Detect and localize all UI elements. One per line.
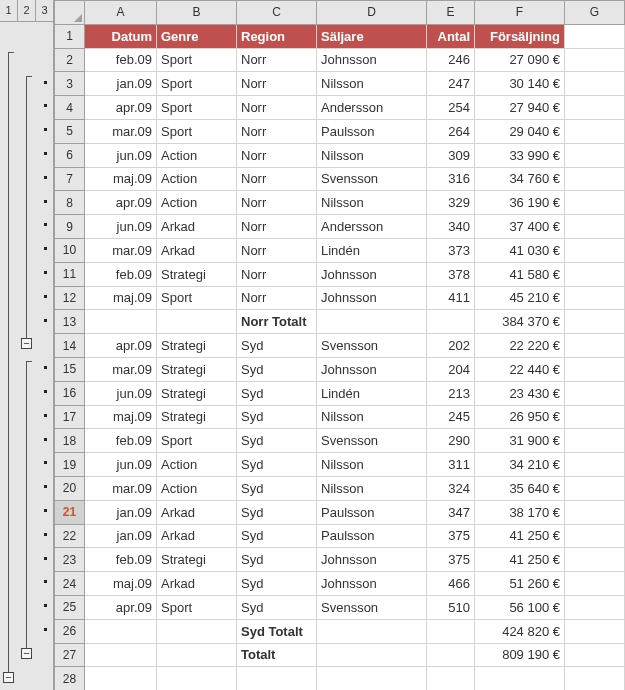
cell[interactable]: mar.09 (85, 476, 157, 500)
row-header-16[interactable]: 16 (55, 381, 85, 405)
cell[interactable]: 23 430 € (475, 381, 565, 405)
cell[interactable]: 27 940 € (475, 96, 565, 120)
cell[interactable]: Johnsson (317, 548, 427, 572)
column-header-F[interactable]: F (475, 1, 565, 25)
column-header-C[interactable]: C (237, 1, 317, 25)
cell[interactable]: Svensson (317, 429, 427, 453)
cell[interactable]: 204 (427, 357, 475, 381)
cell[interactable]: 347 (427, 500, 475, 524)
cell[interactable]: 329 (427, 191, 475, 215)
cell[interactable]: 373 (427, 238, 475, 262)
cell[interactable]: 340 (427, 215, 475, 239)
cell[interactable]: apr.09 (85, 595, 157, 619)
cell[interactable]: 411 (427, 286, 475, 310)
header-cell-A[interactable]: Datum (85, 24, 157, 48)
cell[interactable]: 311 (427, 453, 475, 477)
row-header-3[interactable]: 3 (55, 72, 85, 96)
cell[interactable]: apr.09 (85, 334, 157, 358)
cell[interactable] (565, 476, 625, 500)
cell[interactable]: 22 220 € (475, 334, 565, 358)
cell[interactable]: Syd (237, 548, 317, 572)
cell[interactable]: Johnsson (317, 48, 427, 72)
cell[interactable]: 316 (427, 167, 475, 191)
row-header-17[interactable]: 17 (55, 405, 85, 429)
row-header-6[interactable]: 6 (55, 143, 85, 167)
cell[interactable] (565, 548, 625, 572)
cell[interactable]: mar.09 (85, 238, 157, 262)
row-header-13[interactable]: 13 (55, 310, 85, 334)
cell[interactable] (85, 619, 157, 643)
column-header-G[interactable]: G (565, 1, 625, 25)
cell[interactable] (565, 215, 625, 239)
cell[interactable]: Arkad (157, 524, 237, 548)
cell[interactable] (475, 667, 565, 690)
cell[interactable]: Syd (237, 334, 317, 358)
select-all-corner[interactable] (55, 1, 85, 25)
cell[interactable]: Norr (237, 48, 317, 72)
cell[interactable]: 809 190 € (475, 643, 565, 667)
cell[interactable]: 51 260 € (475, 572, 565, 596)
row-header-2[interactable]: 2 (55, 48, 85, 72)
cell[interactable]: 41 580 € (475, 262, 565, 286)
cell[interactable] (565, 595, 625, 619)
cell[interactable] (565, 619, 625, 643)
column-header-A[interactable]: A (85, 1, 157, 25)
column-header-B[interactable]: B (157, 1, 237, 25)
cell[interactable] (85, 643, 157, 667)
cell[interactable]: Arkad (157, 238, 237, 262)
cell[interactable]: Arkad (157, 500, 237, 524)
outline-level-1[interactable]: 1 (0, 0, 18, 21)
cell[interactable]: 22 440 € (475, 357, 565, 381)
cell[interactable]: Syd (237, 381, 317, 405)
cell[interactable]: Arkad (157, 215, 237, 239)
cell[interactable] (317, 310, 427, 334)
cell[interactable]: Totalt (237, 643, 317, 667)
cell[interactable] (565, 429, 625, 453)
cell[interactable]: Syd (237, 524, 317, 548)
cell[interactable]: 38 170 € (475, 500, 565, 524)
cell[interactable]: Norr (237, 238, 317, 262)
cell[interactable]: Norr (237, 96, 317, 120)
row-header-21[interactable]: 21 (55, 500, 85, 524)
cell[interactable]: Norr (237, 215, 317, 239)
row-header-26[interactable]: 26 (55, 619, 85, 643)
cell[interactable]: Lindén (317, 238, 427, 262)
cell[interactable]: Strategi (157, 548, 237, 572)
header-cell-F[interactable]: Försäljning (475, 24, 565, 48)
cell[interactable]: Sport (157, 429, 237, 453)
header-cell-B[interactable]: Genre (157, 24, 237, 48)
cell[interactable]: 29 040 € (475, 119, 565, 143)
cell[interactable]: Johnsson (317, 286, 427, 310)
outline-collapse-grand[interactable]: − (3, 672, 14, 683)
cell[interactable]: Syd Totalt (237, 619, 317, 643)
row-header-15[interactable]: 15 (55, 357, 85, 381)
cell[interactable]: Paulsson (317, 119, 427, 143)
cell[interactable] (565, 572, 625, 596)
cell[interactable]: Syd (237, 405, 317, 429)
cell[interactable]: maj.09 (85, 405, 157, 429)
cell[interactable] (565, 405, 625, 429)
cell[interactable]: 247 (427, 72, 475, 96)
row-header-11[interactable]: 11 (55, 262, 85, 286)
cell[interactable]: Johnsson (317, 572, 427, 596)
cell[interactable]: apr.09 (85, 191, 157, 215)
cell[interactable]: Nilsson (317, 453, 427, 477)
cell[interactable]: jun.09 (85, 381, 157, 405)
cell[interactable]: 375 (427, 548, 475, 572)
cell[interactable]: Nilsson (317, 191, 427, 215)
cell[interactable]: Paulsson (317, 500, 427, 524)
cell[interactable] (565, 524, 625, 548)
cell[interactable]: 30 140 € (475, 72, 565, 96)
cell[interactable]: 26 950 € (475, 405, 565, 429)
cell[interactable]: feb.09 (85, 48, 157, 72)
cell[interactable]: Sport (157, 48, 237, 72)
cell[interactable]: 375 (427, 524, 475, 548)
cell[interactable]: maj.09 (85, 167, 157, 191)
spreadsheet-grid[interactable]: ABCDEFG1DatumGenreRegionSäljareAntalFörs… (54, 0, 625, 690)
column-header-D[interactable]: D (317, 1, 427, 25)
cell[interactable]: 424 820 € (475, 619, 565, 643)
cell[interactable]: Svensson (317, 334, 427, 358)
cell[interactable]: 254 (427, 96, 475, 120)
cell[interactable]: 378 (427, 262, 475, 286)
cell[interactable] (157, 643, 237, 667)
